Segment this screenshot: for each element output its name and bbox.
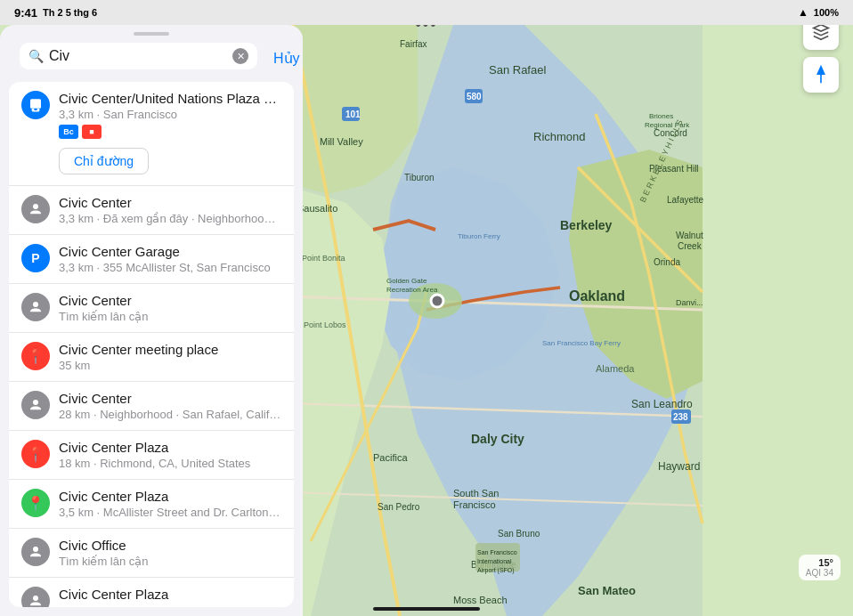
svg-text:Lafayette: Lafayette: [667, 195, 704, 205]
svg-text:Moss Beach: Moss Beach: [453, 595, 508, 605]
svg-rect-52: [32, 110, 39, 112]
result-title: Civic Center Plaza: [59, 440, 281, 455]
status-left: 9:41 Th 2 5 thg 6: [14, 6, 97, 20]
result-title: Civic Center: [59, 391, 281, 406]
map-controls: [803, 14, 839, 93]
search-clear-button[interactable]: ✕: [232, 48, 248, 64]
search-result-item[interactable]: Civic Center Plaza: [9, 578, 294, 607]
search-results-list: Civic Center/United Nations Plaza Sta...…: [9, 82, 294, 607]
search-result-civic-meeting-place[interactable]: 📍 Civic Center meeting place 35 km: [9, 333, 294, 382]
result-content: Civic Office Tìm kiếm lân cận: [59, 538, 281, 568]
search-result-item[interactable]: Civic Center 3,3 km · Đã xem gần đây · N…: [9, 186, 294, 235]
svg-text:Hayward: Hayward: [658, 460, 700, 473]
svg-text:Pacifica: Pacifica: [373, 452, 408, 463]
drag-handle[interactable]: [0, 25, 303, 39]
result-subtitle: Tìm kiếm lân cận: [59, 310, 281, 323]
result-content: Civic Center 3,3 km · Đã xem gần đây · N…: [59, 195, 281, 225]
svg-point-53: [33, 204, 38, 209]
svg-text:Recreation Area: Recreation Area: [386, 286, 438, 294]
result-content: Civic Center 28 km · Neighborhood · San …: [59, 391, 281, 421]
cancel-button[interactable]: Hủy: [273, 46, 300, 70]
svg-text:San Leandro: San Leandro: [631, 398, 693, 410]
result-title: Civic Center Plaza: [59, 587, 281, 602]
svg-rect-49: [30, 99, 41, 109]
result-subtitle: 28 km · Neighborhood · San Rafael, Calif…: [59, 408, 281, 421]
svg-text:Point Lobos: Point Lobos: [304, 320, 346, 329]
status-bar: 9:41 Th 2 5 thg 6 ▲ 100%: [0, 0, 853, 25]
svg-point-54: [33, 302, 38, 307]
svg-text:Alameda: Alameda: [596, 363, 635, 374]
search-result-item[interactable]: Civic Center Tìm kiếm lân cận: [9, 284, 294, 333]
search-input[interactable]: [49, 48, 227, 64]
search-result-item[interactable]: 📍 Civic Center Plaza 3,5 km · McAllister…: [9, 480, 294, 529]
result-content: Civic Center Plaza 18 km · Richmond, CA,…: [59, 440, 281, 470]
battery-icon: 100%: [814, 7, 839, 18]
result-subtitle: 3,5 km · McAllister Street and Dr. Carlt…: [59, 506, 281, 519]
search-result-item[interactable]: P Civic Center Garage 3,3 km · 355 McAll…: [9, 235, 294, 284]
result-content: Civic Center/United Nations Plaza Sta...…: [59, 91, 281, 121]
svg-text:Francisco: Francisco: [453, 499, 496, 510]
sidebar: 🔍 ✕ Hủy Civic Center/United Nations Pl: [0, 25, 303, 616]
svg-point-48: [431, 295, 443, 307]
svg-text:South San: South San: [453, 488, 499, 498]
result-icon-neighborhood: [21, 391, 50, 419]
svg-text:Danvi...: Danvi...: [676, 298, 703, 307]
svg-text:San Francisco Bay Ferry: San Francisco Bay Ferry: [542, 339, 621, 347]
svg-text:Point Bonita: Point Bonita: [302, 254, 345, 263]
svg-text:Golden Gate: Golden Gate: [386, 277, 427, 285]
result-title: Civic Center: [59, 293, 281, 308]
svg-text:580: 580: [467, 92, 482, 101]
search-result-item[interactable]: Civic Center 28 km · Neighborhood · San …: [9, 382, 294, 431]
svg-text:Orinda: Orinda: [654, 257, 680, 267]
result-icon-neighborhood: [21, 195, 50, 223]
search-result-item[interactable]: 📍 Civic Center Plaza 18 km · Richmond, C…: [9, 431, 294, 480]
svg-text:Daly City: Daly City: [471, 432, 524, 446]
svg-text:Airport (SFO): Airport (SFO): [477, 567, 515, 574]
drag-handle-bar: [134, 32, 169, 36]
transit-badge-rail: ■: [82, 125, 102, 139]
result-icon-neighborhood: [21, 538, 50, 566]
result-title: Civic Center Garage: [59, 244, 281, 259]
result-content: Civic Center Plaza: [59, 587, 281, 602]
result-subtitle: 35 km: [59, 359, 281, 372]
result-title: Civic Center/United Nations Plaza Sta...: [59, 91, 281, 106]
svg-text:San Francisco: San Francisco: [477, 549, 517, 555]
svg-text:Walnut: Walnut: [676, 231, 703, 240]
result-content: Civic Center meeting place 35 km: [59, 342, 281, 372]
svg-text:Berkeley: Berkeley: [560, 218, 613, 232]
search-bar[interactable]: 🔍 ✕: [20, 43, 257, 69]
directions-button[interactable]: Chỉ đường: [59, 148, 149, 174]
svg-text:San Rafael: San Rafael: [489, 63, 546, 77]
svg-text:101: 101: [345, 109, 361, 119]
result-content: Civic Center Tìm kiếm lân cận: [59, 293, 281, 323]
result-icon-pin-red2: 📍: [21, 440, 50, 468]
svg-text:San Pedro: San Pedro: [378, 502, 420, 512]
search-result-item[interactable]: Civic Center/United Nations Plaza Sta...…: [9, 82, 294, 186]
svg-text:International: International: [477, 558, 512, 564]
temperature-value: 15°: [806, 557, 833, 568]
svg-text:Tiburon: Tiburon: [404, 173, 435, 182]
result-icon-pin-green: 📍: [21, 489, 50, 517]
status-date: Th 2 5 thg 6: [43, 7, 97, 18]
result-title: Civic Center Plaza: [59, 489, 281, 504]
location-button[interactable]: [803, 57, 839, 93]
svg-point-56: [33, 547, 38, 552]
search-result-item[interactable]: Civic Office Tìm kiếm lân cận: [9, 529, 294, 578]
result-subtitle: 18 km · Richmond, CA, United States: [59, 457, 281, 470]
svg-text:Creek: Creek: [678, 241, 703, 251]
result-icon-neighborhood: [21, 293, 50, 321]
svg-text:238: 238: [673, 412, 688, 422]
temperature-badge: 15° AQI 34: [799, 555, 841, 580]
home-indicator: [373, 607, 480, 611]
svg-text:Tiburon Ferry: Tiburon Ferry: [458, 232, 500, 240]
result-content: Civic Center Plaza 3,5 km · McAllister S…: [59, 489, 281, 519]
status-time: 9:41: [14, 6, 37, 20]
wifi-icon: ▲: [798, 6, 808, 19]
transit-badge-bus: Bc: [59, 125, 78, 139]
result-subtitle: 3,3 km · San Francisco: [59, 108, 281, 121]
status-right: ▲ 100%: [798, 6, 839, 19]
result-title: Civic Office: [59, 538, 281, 553]
aqi-value: AQI 34: [806, 568, 833, 578]
svg-text:Oakland: Oakland: [569, 288, 625, 304]
result-subtitle: 3,3 km · Đã xem gần đây · Neighborhood .…: [59, 212, 281, 225]
